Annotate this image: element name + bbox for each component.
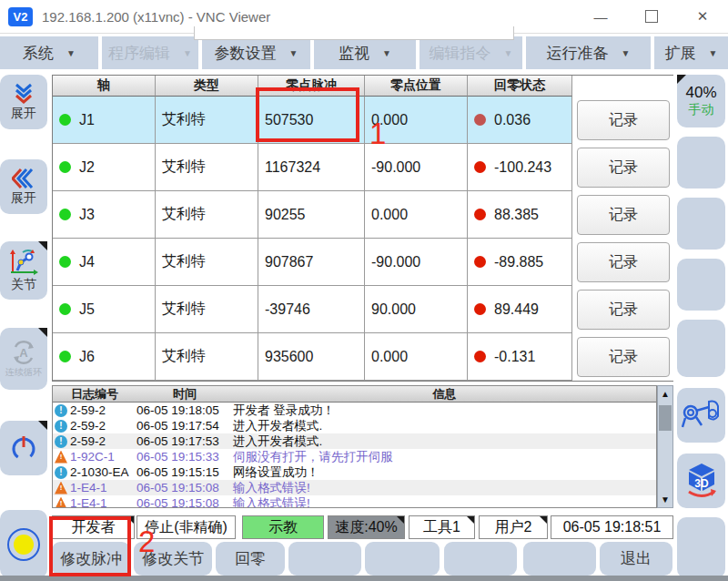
axis-cell[interactable]: J6 — [53, 333, 156, 381]
right-panel-button-empty-1[interactable] — [677, 137, 725, 189]
status-speed[interactable]: 速度:40% — [328, 515, 405, 539]
corner-marker-icon — [38, 328, 47, 337]
status-dot-red-icon — [474, 209, 486, 220]
pulse-cell[interactable]: 935600 — [258, 333, 365, 381]
menu-edit-command: 编辑指令▼ — [420, 36, 522, 69]
pulse-cell[interactable]: 90255 — [258, 191, 365, 239]
view-3d-button[interactable]: 3D — [677, 454, 725, 508]
bottom-button-empty-4[interactable] — [523, 542, 596, 576]
type-cell[interactable]: 艾利特 — [156, 191, 258, 239]
home-status-cell[interactable]: -100.243 — [468, 144, 572, 191]
menu-label: 扩展 — [665, 43, 696, 64]
action-cell: 记录 — [572, 191, 674, 239]
axis-cell[interactable]: J1 — [53, 97, 156, 144]
exit-button[interactable]: 退出 — [600, 542, 672, 576]
scroll-down-icon[interactable]: ▼ — [658, 494, 672, 505]
bottom-button-empty-1[interactable] — [288, 542, 361, 576]
chevron-down-icon: ▼ — [183, 48, 192, 58]
home-status-cell[interactable]: -89.885 — [468, 239, 572, 286]
type-cell[interactable]: 艾利特 — [156, 144, 258, 191]
power-button[interactable] — [0, 421, 47, 475]
col-header-zero-position: 零点位置 — [365, 76, 468, 97]
position-cell[interactable]: 0.000 — [365, 191, 468, 239]
status-dot-red-icon — [474, 114, 486, 126]
power-icon — [9, 433, 38, 463]
type-cell[interactable]: 艾利特 — [156, 239, 258, 286]
menu-system[interactable]: 系统▼ — [0, 36, 98, 69]
menu-extend[interactable]: 扩展▼ — [654, 36, 728, 69]
position-cell[interactable]: -90.000 — [365, 239, 468, 286]
home-status-cell[interactable]: 88.385 — [468, 191, 572, 239]
bottom-button-empty-3[interactable] — [444, 542, 517, 576]
log-row[interactable]: ! 1-92C-1 06-05 19:15:33 伺服没有打开，请先打开伺服 — [53, 449, 656, 464]
home-status-cell[interactable]: 0.036 — [468, 97, 572, 144]
scrollbar-thumb[interactable] — [659, 405, 672, 431]
close-button[interactable]: ✕ — [677, 0, 728, 33]
right-panel-button-empty-3[interactable] — [677, 259, 725, 311]
axis-cell[interactable]: J2 — [53, 144, 156, 191]
vnc-viewer-window: V2 192.168.1.200 (x11vnc) - VNC Viewer —… — [0, 0, 728, 581]
maximize-button[interactable] — [626, 0, 677, 33]
yellow-circle-icon — [5, 526, 42, 563]
right-panel-button-empty-2[interactable] — [677, 198, 725, 250]
status-teach-mode[interactable]: 示教 — [242, 515, 324, 539]
status-user[interactable]: 用户2 — [479, 515, 548, 539]
record-button[interactable]: 记录 — [577, 290, 670, 330]
expand-down-button[interactable]: 展开 — [0, 75, 47, 129]
chevron-down-icon: ▼ — [382, 48, 391, 58]
expand-left-button[interactable]: 展开 — [0, 159, 47, 214]
warning-icon: ! — [55, 451, 67, 464]
record-button[interactable]: 记录 — [577, 242, 670, 282]
axis-cell[interactable]: J3 — [53, 191, 156, 239]
log-col-message: 信息 — [233, 386, 656, 402]
log-row[interactable]: ! 1-E4-1 06-05 19:15:08 输入格式错误! — [53, 480, 656, 495]
scroll-up-icon[interactable]: ▲ — [658, 389, 672, 399]
home-status-cell[interactable]: -0.131 — [468, 333, 572, 381]
record-button[interactable]: 记录 — [577, 148, 670, 188]
log-row[interactable]: ! 2-59-2 06-05 19:17:54 进入开发者模式. — [53, 418, 656, 433]
drag-teach-button[interactable] — [677, 388, 725, 443]
log-row[interactable]: ! 2-1030-EA 06-05 19:15:15 网络设置成功！ — [53, 464, 656, 480]
pulse-cell[interactable]: 907867 — [258, 239, 365, 286]
log-row[interactable]: ! 2-59-2 06-05 19:17:53 进入开发者模式. — [53, 433, 656, 449]
axis-cell[interactable]: J5 — [53, 286, 156, 333]
minimize-button[interactable]: — — [575, 0, 626, 33]
home-status-cell[interactable]: 89.449 — [468, 286, 572, 333]
record-button[interactable]: 记录 — [577, 195, 670, 235]
corner-marker-icon — [677, 75, 686, 84]
right-panel-button-empty-4[interactable] — [677, 320, 725, 377]
log-row-partial[interactable]: ! 1-E4-1 06-05 19:15:08 输入格式错误! — [53, 495, 656, 508]
type-cell[interactable]: 艾利特 — [156, 97, 258, 144]
axis-cell[interactable]: J4 — [53, 239, 156, 286]
record-button[interactable]: 记录 — [577, 337, 670, 377]
vnc-toolbar-strip[interactable] — [194, 26, 514, 40]
record-button[interactable]: 记录 — [577, 100, 670, 140]
type-cell[interactable]: 艾利特 — [156, 333, 258, 381]
corner-marker-icon — [540, 516, 547, 524]
annotation-box-2 — [49, 516, 131, 576]
menu-parameter-settings[interactable]: 参数设置▼ — [202, 36, 310, 69]
pulse-cell[interactable]: -39746 — [258, 286, 365, 333]
expand-down-icon — [12, 83, 35, 105]
log-row[interactable]: ! 2-59-2 06-05 19:18:05 开发者 登录成功！ — [53, 403, 656, 418]
status-dot-green-icon — [59, 161, 71, 173]
position-cell[interactable]: 90.000 — [365, 286, 468, 333]
status-tool[interactable]: 工具1 — [409, 515, 475, 539]
speed-mode-button[interactable]: 40% 手动 — [677, 75, 725, 127]
log-scrollbar[interactable]: ▲ ▼ — [657, 385, 673, 508]
home-button[interactable]: 回零 — [216, 542, 285, 576]
position-cell[interactable]: -90.000 — [365, 144, 468, 191]
bottom-button-empty-2[interactable] — [365, 542, 440, 576]
pulse-cell[interactable]: 1167324 — [258, 144, 365, 191]
cycle-a-icon: A — [10, 339, 37, 366]
menu-run-prepare[interactable]: 运行准备▼ — [526, 36, 651, 69]
record-indicator-button[interactable] — [0, 510, 47, 578]
action-cell: 记录 — [572, 286, 674, 333]
action-cell: 记录 — [572, 333, 674, 381]
menu-monitor[interactable]: 监视▼ — [314, 36, 416, 69]
joint-coordinate-button[interactable]: 关节 — [0, 241, 47, 300]
right-panel-button-empty-5[interactable] — [677, 517, 725, 578]
type-cell[interactable]: 艾利特 — [156, 286, 258, 333]
corner-marker-icon — [38, 241, 47, 250]
position-cell[interactable]: 0.000 — [365, 333, 468, 381]
